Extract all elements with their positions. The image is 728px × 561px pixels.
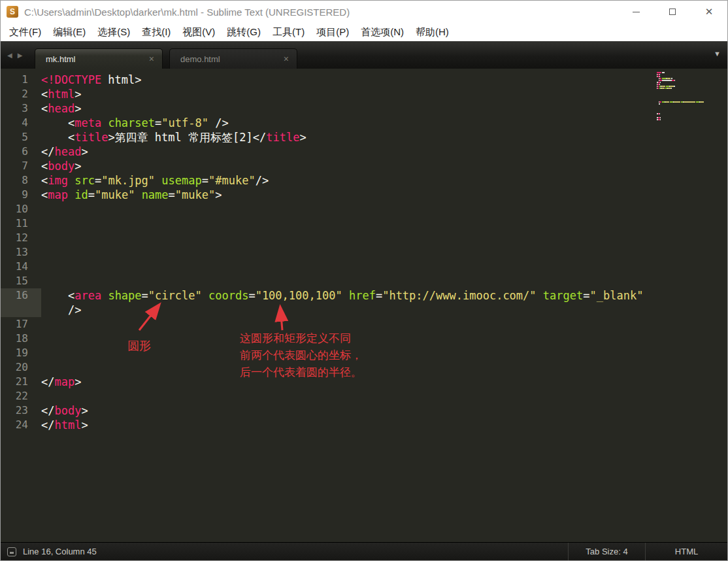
line-number: 4 bbox=[1, 116, 41, 130]
menu-item[interactable]: 帮助(H) bbox=[410, 26, 455, 39]
minimap-line bbox=[657, 76, 717, 77]
minimap-line bbox=[657, 115, 717, 116]
minimap-line bbox=[657, 78, 717, 79]
menu-item[interactable]: 跳转(G) bbox=[221, 26, 267, 39]
minimap-line bbox=[657, 84, 717, 85]
minimap-line bbox=[657, 99, 717, 101]
code-line: 12 bbox=[1, 231, 727, 245]
line-number: 15 bbox=[1, 274, 41, 288]
line-number: 7 bbox=[1, 159, 41, 173]
line-number: 19 bbox=[1, 346, 41, 360]
code-line: 24</html> bbox=[1, 418, 727, 432]
minimap-line bbox=[657, 119, 717, 120]
line-number: 2 bbox=[1, 87, 41, 101]
line-number: 13 bbox=[1, 245, 41, 260]
minimap-line bbox=[657, 90, 717, 91]
minimap-line bbox=[657, 80, 717, 81]
line-number: 22 bbox=[1, 389, 41, 403]
minimap-line bbox=[657, 103, 717, 105]
line-number: 14 bbox=[1, 260, 41, 274]
maximize-icon bbox=[669, 8, 676, 15]
line-number: 10 bbox=[1, 202, 41, 216]
menu-item[interactable]: 工具(T) bbox=[267, 26, 310, 39]
tab-demo.html[interactable]: demo.html× bbox=[169, 48, 297, 69]
status-panel-icon[interactable] bbox=[7, 547, 16, 556]
minimap-line bbox=[657, 97, 717, 99]
minimize-button[interactable] bbox=[618, 1, 654, 23]
annotation-note-line: 这圆形和矩形定义不同 bbox=[240, 330, 362, 347]
code-line: 1<!DOCTYPE html> bbox=[1, 73, 727, 87]
line-number: 8 bbox=[1, 173, 41, 188]
line-number: 20 bbox=[1, 360, 41, 375]
sublime-window: S C:\Users\admin\Desktop\darker\mk.html … bbox=[0, 0, 728, 561]
tab-label: mk.html bbox=[46, 54, 146, 64]
code-text: <map id="muke" name="muke"> bbox=[41, 188, 222, 202]
tab-mk.html[interactable]: mk.html× bbox=[35, 48, 163, 69]
minimap[interactable] bbox=[657, 72, 717, 121]
syntax-indicator[interactable]: HTML bbox=[645, 543, 727, 560]
code-text: </head> bbox=[41, 144, 88, 159]
code-line: 14 bbox=[1, 260, 727, 274]
code-text: </map> bbox=[41, 375, 81, 389]
minimap-line bbox=[657, 82, 717, 83]
editor-area[interactable]: 1<!DOCTYPE html>2<html>3<head>4 <meta ch… bbox=[1, 69, 727, 542]
minimap-line bbox=[657, 109, 717, 110]
code-text: </html> bbox=[41, 418, 88, 432]
maximize-button[interactable] bbox=[654, 1, 691, 23]
menu-item[interactable]: 查找(I) bbox=[136, 26, 176, 39]
close-icon: ✕ bbox=[705, 6, 714, 18]
window-controls: ✕ bbox=[618, 1, 727, 23]
minimap-line bbox=[657, 107, 717, 109]
menu-item[interactable]: 视图(V) bbox=[176, 26, 221, 39]
tab-scroll-right-icon[interactable]: ▶ bbox=[18, 52, 23, 59]
code-line: 22 bbox=[1, 389, 727, 403]
minimap-line bbox=[657, 105, 717, 107]
menu-item[interactable]: 编辑(E) bbox=[47, 26, 91, 39]
line-number: 21 bbox=[1, 375, 41, 389]
status-right: Tab Size: 4 HTML bbox=[568, 543, 727, 560]
close-button[interactable]: ✕ bbox=[691, 1, 727, 23]
title-bar[interactable]: S C:\Users\admin\Desktop\darker\mk.html … bbox=[1, 1, 727, 23]
menu-item[interactable]: 文件(F) bbox=[3, 26, 47, 39]
code-text: <area shape="circle" coords="100,100,100… bbox=[41, 288, 643, 303]
minimize-icon bbox=[633, 12, 640, 12]
minimap-line bbox=[657, 111, 717, 112]
line-number: 1 bbox=[1, 73, 41, 87]
menu-item[interactable]: 选择(S) bbox=[91, 26, 136, 39]
line-number: 16 bbox=[1, 288, 41, 303]
menu-item[interactable]: 项目(P) bbox=[310, 26, 355, 39]
tabs: mk.html×demo.html× bbox=[35, 48, 304, 69]
minimap-line bbox=[657, 92, 717, 93]
code-text: <html> bbox=[41, 87, 81, 101]
tab-overflow-dropdown-icon[interactable]: ▼ bbox=[714, 50, 721, 58]
annotation-note-line: 后一个代表着圆的半径。 bbox=[240, 364, 362, 381]
tab-close-icon[interactable]: × bbox=[146, 54, 157, 64]
line-number: 5 bbox=[1, 130, 41, 144]
minimap-line bbox=[657, 72, 717, 73]
menu-bar: 文件(F)编辑(E)选择(S)查找(I)视图(V)跳转(G)工具(T)项目(P)… bbox=[1, 23, 727, 41]
tab-size-indicator[interactable]: Tab Size: 4 bbox=[568, 543, 645, 560]
code-line: 19 bbox=[1, 346, 727, 360]
status-bar: Line 16, Column 45 Tab Size: 4 HTML bbox=[1, 542, 727, 560]
line-number: 23 bbox=[1, 403, 41, 418]
code-line: 20 bbox=[1, 360, 727, 375]
code-text: </body> bbox=[41, 403, 88, 418]
tab-close-icon[interactable]: × bbox=[281, 54, 291, 64]
code-line: 6</head> bbox=[1, 144, 727, 159]
tab-label: demo.html bbox=[180, 54, 281, 64]
line-number: 24 bbox=[1, 418, 41, 432]
annotation-note-line: 前两个代表圆心的坐标， bbox=[240, 347, 362, 364]
window-title: C:\Users\admin\Desktop\darker\mk.html - … bbox=[24, 7, 618, 18]
code-line: 18 bbox=[1, 332, 727, 346]
code-line: 5 <title>第四章 html 常用标签[2]</title> bbox=[1, 130, 727, 144]
code-line: 15 bbox=[1, 274, 727, 288]
code-line: 21</map> bbox=[1, 375, 727, 389]
code-line: 10 bbox=[1, 202, 727, 216]
code-line: 11 bbox=[1, 216, 727, 231]
code-line: 8<img src="mk.jpg" usemap="#muke"/> bbox=[1, 173, 727, 188]
menu-item[interactable]: 首选项(N) bbox=[355, 26, 410, 39]
line-number: 17 bbox=[1, 317, 41, 332]
tab-scroll-left-icon[interactable]: ◀ bbox=[7, 52, 12, 59]
minimap-line bbox=[657, 88, 717, 89]
minimap-line bbox=[657, 94, 717, 95]
